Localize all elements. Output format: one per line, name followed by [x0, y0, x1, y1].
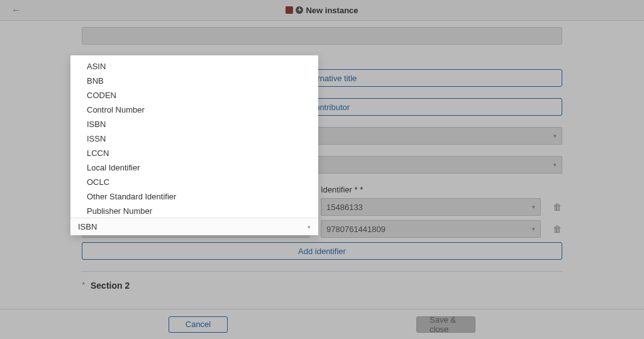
identifier-value-text: 9780761441809 [326, 225, 386, 234]
dropdown-option[interactable]: BNB [70, 74, 318, 88]
dropdown-option[interactable]: ASIN [70, 59, 318, 74]
header-bar: ← + New instance [0, 0, 644, 21]
back-icon[interactable]: ← [11, 4, 21, 16]
app-icon [286, 6, 293, 14]
trash-icon[interactable]: 🗑 [552, 224, 562, 234]
dropdown-option[interactable]: Control Number [70, 103, 318, 117]
chevron-down-icon: ▾ [553, 162, 557, 168]
footer-bar: Cancel Save & close [0, 309, 644, 339]
page-title-text: New instance [306, 6, 358, 15]
save-label: Save & close [430, 315, 462, 334]
section-2-header[interactable]: ˄ Section 2 [82, 271, 562, 291]
identifier-value-input[interactable]: 15486133 ▾ [321, 198, 541, 216]
chevron-down-icon: ▾ [532, 226, 535, 232]
dropdown-option[interactable]: CODEN [70, 88, 318, 103]
section-2-label: Section 2 [91, 281, 130, 291]
identifier-col-label: Identifier * * [321, 185, 562, 194]
prev-field-placeholder [82, 27, 562, 45]
chevron-down-icon: ▾ [308, 224, 311, 230]
plus-icon: + [296, 6, 303, 14]
dropdown-option[interactable]: Other Standard Identifier [70, 189, 318, 204]
dropdown-selected-display[interactable]: ISBN ▾ [70, 218, 318, 235]
save-close-button[interactable]: Save & close [416, 316, 475, 333]
identifier-value-input[interactable]: 9780761441809 ▾ [321, 220, 541, 238]
dropdown-option[interactable]: LCCN [70, 146, 318, 160]
chevron-down-icon: ▾ [553, 133, 557, 139]
dropdown-option[interactable]: ISSN [70, 131, 318, 146]
cancel-label: Cancel [186, 320, 211, 329]
dropdown-option[interactable]: ISBN [70, 117, 318, 131]
chevron-up-icon: ˄ [82, 282, 86, 290]
cancel-button[interactable]: Cancel [169, 316, 228, 333]
chevron-down-icon: ▾ [532, 204, 535, 210]
identifier-type-dropdown: ASINBNBCODENControl NumberISBNISSNLCCNLo… [70, 55, 318, 235]
identifier-value-text: 15486133 [326, 203, 363, 212]
add-identifier-label: Add identifier [298, 247, 346, 256]
add-identifier-button[interactable]: Add identifier [82, 242, 562, 260]
page-title: + New instance [286, 6, 358, 15]
dropdown-option[interactable]: OCLC [70, 175, 318, 189]
trash-icon[interactable]: 🗑 [552, 202, 562, 212]
dropdown-option[interactable]: Local Identifier [70, 160, 318, 175]
dropdown-option[interactable]: Publisher Number [70, 204, 318, 215]
dropdown-list: ASINBNBCODENControl NumberISBNISSNLCCNLo… [70, 59, 318, 215]
dropdown-selected-text: ISBN [78, 222, 97, 231]
